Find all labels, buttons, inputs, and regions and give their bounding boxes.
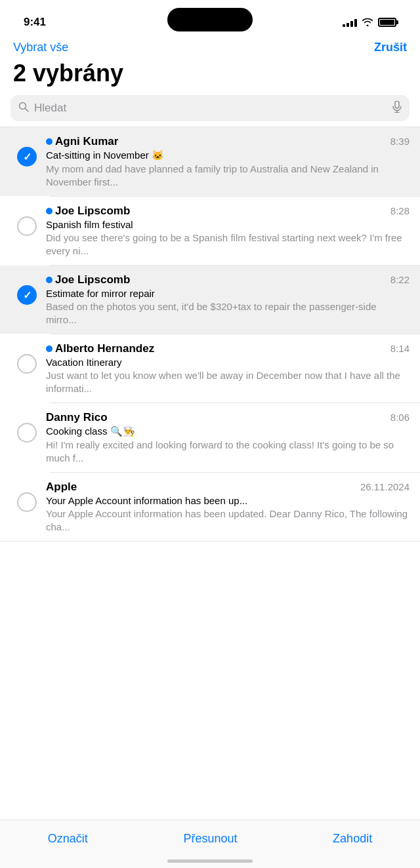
sender-name-row: Apple <box>46 481 77 494</box>
message-header-row: Danny Rico 8:06 <box>46 411 410 424</box>
move-button[interactable]: Přesunout <box>170 829 250 848</box>
checkbox-unchecked[interactable] <box>17 423 37 443</box>
mark-button[interactable]: Označit <box>35 829 101 848</box>
message-subject: Cat-sitting in November 🐱 <box>46 149 361 161</box>
message-subject: Spanish film festival <box>46 219 361 230</box>
sender-name-row: Joe Lipscomb <box>46 273 130 286</box>
unread-dot <box>46 345 52 352</box>
checkbox-area[interactable] <box>10 342 43 374</box>
search-bar[interactable]: Hledat <box>10 95 410 121</box>
message-subject: Cooking class 🔍👨‍🍳 <box>46 425 361 437</box>
message-header-row: Apple 26.11.2024 <box>46 481 410 494</box>
sender-name: Joe Lipscomb <box>55 273 130 286</box>
status-time: 9:41 <box>24 16 46 29</box>
wifi-icon <box>362 17 373 28</box>
message-time: 8:39 <box>390 136 410 147</box>
message-row[interactable]: Apple 26.11.2024 Your Apple Account info… <box>0 473 420 541</box>
sender-name: Agni Kumar <box>55 135 118 148</box>
checkbox-unchecked[interactable] <box>17 492 37 512</box>
message-preview: Hi! I'm really excited and looking forwa… <box>46 439 410 464</box>
message-content: Alberto Hernandez 8:14 Vacation Itinerar… <box>43 342 410 395</box>
mic-icon[interactable] <box>392 101 402 115</box>
checkbox-unchecked[interactable] <box>17 354 37 374</box>
checkbox-checked[interactable]: ✓ <box>17 285 37 305</box>
checkbox-area[interactable]: ✓ <box>10 135 43 167</box>
sender-name-row: Agni Kumar <box>46 135 118 148</box>
message-row[interactable]: ✓ Agni Kumar 8:39 Cat-sitting in Novembe… <box>0 127 420 196</box>
message-header-row: Joe Lipscomb 8:28 <box>46 205 410 218</box>
cancel-button[interactable]: Zrušit <box>374 41 407 54</box>
home-indicator <box>167 859 253 863</box>
message-row[interactable]: ✓ Joe Lipscomb 8:22 Estimate for mirror … <box>0 266 420 334</box>
message-time: 8:28 <box>390 205 410 216</box>
header: Vybrat vše Zrušit <box>0 35 420 57</box>
sender-name: Alberto Hernandez <box>55 342 154 355</box>
message-row[interactable]: Danny Rico 8:06 Cooking class 🔍👨‍🍳 Hi! I… <box>0 403 420 472</box>
message-preview: My mom and dad have planned a family tri… <box>46 163 410 188</box>
message-preview: Based on the photos you sent, it'd be $3… <box>46 300 410 326</box>
signal-bars-icon <box>343 18 357 27</box>
message-row[interactable]: Alberto Hernandez 8:14 Vacation Itinerar… <box>0 334 420 403</box>
message-row[interactable]: Joe Lipscomb 8:28 Spanish film festival … <box>0 197 420 265</box>
checkbox-area[interactable]: ✓ <box>10 273 43 305</box>
sender-name-row: Danny Rico <box>46 411 108 424</box>
message-header-row: Joe Lipscomb 8:22 <box>46 273 410 286</box>
message-preview: Your Apple Account information has been … <box>46 507 410 533</box>
battery-icon <box>378 18 396 27</box>
search-placeholder[interactable]: Hledat <box>34 102 387 115</box>
message-content: Joe Lipscomb 8:22 Estimate for mirror re… <box>43 273 410 326</box>
sender-name-row: Joe Lipscomb <box>46 205 130 218</box>
messages-list: ✓ Agni Kumar 8:39 Cat-sitting in Novembe… <box>0 127 420 542</box>
message-content: Danny Rico 8:06 Cooking class 🔍👨‍🍳 Hi! I… <box>43 411 410 464</box>
status-right <box>343 17 396 28</box>
svg-line-1 <box>26 109 29 112</box>
sender-name-row: Alberto Hernandez <box>46 342 154 355</box>
phone-frame: 9:41 Vybrat vše <box>0 0 420 868</box>
message-content: Agni Kumar 8:39 Cat-sitting in November … <box>43 135 410 188</box>
message-subject: Estimate for mirror repair <box>46 288 361 299</box>
message-time: 26.11.2024 <box>360 481 410 492</box>
message-time: 8:06 <box>390 412 410 423</box>
message-time: 8:14 <box>390 343 410 354</box>
message-subject: Your Apple Account information has been … <box>46 495 361 506</box>
trash-button[interactable]: Zahodit <box>320 829 385 848</box>
checkbox-area[interactable] <box>10 411 43 443</box>
sender-name: Danny Rico <box>46 411 108 424</box>
message-content: Joe Lipscomb 8:28 Spanish film festival … <box>43 205 410 257</box>
message-time: 8:22 <box>390 274 410 285</box>
unread-dot <box>46 277 52 283</box>
search-icon <box>18 102 29 115</box>
message-preview: Did you see there's going to be a Spanis… <box>46 231 410 257</box>
checkbox-checked[interactable]: ✓ <box>17 147 37 167</box>
page-title: 2 vybrány <box>0 57 420 95</box>
message-content: Apple 26.11.2024 Your Apple Account info… <box>43 481 410 533</box>
unread-dot <box>46 138 52 145</box>
checkbox-area[interactable] <box>10 481 43 512</box>
message-header-row: Alberto Hernandez 8:14 <box>46 342 410 355</box>
svg-rect-2 <box>395 101 399 108</box>
message-subject: Vacation Itinerary <box>46 357 361 368</box>
checkbox-area[interactable] <box>10 205 43 236</box>
unread-dot <box>46 208 52 214</box>
message-preview: Just want to let you know when we'll be … <box>46 369 410 395</box>
dynamic-island <box>167 8 253 31</box>
sender-name: Apple <box>46 481 77 494</box>
message-header-row: Agni Kumar 8:39 <box>46 135 410 148</box>
select-all-button[interactable]: Vybrat vše <box>13 41 68 54</box>
checkbox-unchecked[interactable] <box>17 216 37 236</box>
sender-name: Joe Lipscomb <box>55 205 130 218</box>
